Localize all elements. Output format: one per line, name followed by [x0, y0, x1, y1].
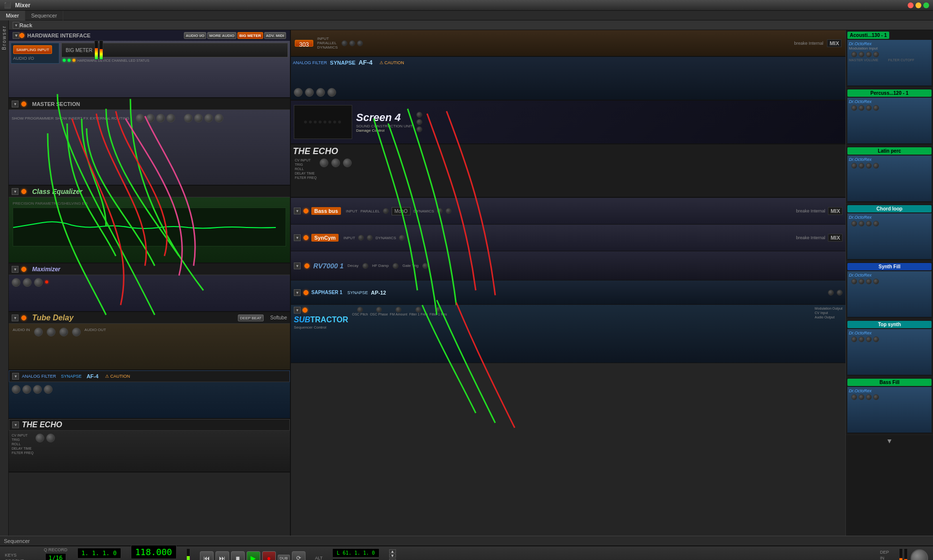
l-down-btn[interactable]: ▼ — [389, 554, 396, 558]
l-pos-display[interactable]: L 61. 1. 1. 0 — [332, 548, 379, 558]
close-btn[interactable] — [908, 2, 914, 8]
master-collapse[interactable]: ▾ — [12, 101, 18, 107]
dr-rex-knob-6-2[interactable] — [859, 394, 864, 400]
td-knob-3[interactable] — [59, 328, 68, 336]
adv-midi-btn[interactable]: ADV. MIDI — [264, 32, 287, 39]
rv7000-power[interactable] — [305, 263, 309, 268]
rv7000-gate-knob[interactable] — [422, 263, 428, 269]
td-mix-knob[interactable] — [72, 328, 81, 336]
btn-303[interactable]: 303 — [295, 40, 313, 47]
forward-btn[interactable]: ⏭ — [215, 551, 229, 560]
rv7000-hf-knob[interactable] — [393, 263, 398, 269]
saphaser-collapse[interactable]: ▾ — [294, 289, 301, 296]
bass-bus-knob-1[interactable] — [383, 208, 389, 214]
af4t-knob-1[interactable] — [294, 88, 303, 97]
sampling-input-btn[interactable]: SAMPLING INPUT — [13, 45, 52, 54]
dr-rex-knob-5-1[interactable] — [851, 336, 857, 342]
stop-btn[interactable]: ■ — [231, 551, 245, 560]
td-power[interactable] — [21, 315, 26, 320]
screen4-knob-3[interactable] — [416, 126, 422, 132]
tab-sequencer[interactable]: Sequencer — [25, 11, 63, 20]
fx-send-knob-4[interactable] — [166, 114, 175, 122]
fx-return-knob-3[interactable] — [204, 114, 213, 122]
saphaser-knob-1[interactable] — [828, 290, 834, 296]
dr-rex-knob-1-2[interactable] — [859, 105, 864, 111]
sub-knob-osc-pitch[interactable] — [357, 307, 363, 313]
syncym-knob-1[interactable] — [358, 235, 364, 241]
max-knob-1[interactable] — [12, 278, 20, 287]
echo-collapse[interactable]: ▾ — [12, 421, 19, 428]
dr-rex-knob-5-2[interactable] — [859, 336, 864, 342]
hw-collapse[interactable]: ▾ — [13, 32, 19, 39]
dr-rex-knob-1-4[interactable] — [873, 105, 879, 111]
dr-rex-knob-0-3[interactable] — [866, 52, 872, 57]
sub-knob-osc-phase[interactable] — [376, 307, 382, 313]
dr-rex-knob-6-1[interactable] — [851, 394, 857, 400]
syncym-knob-3[interactable] — [399, 235, 405, 241]
echo-knob-2[interactable] — [46, 434, 55, 442]
rv7000-decay-knob[interactable] — [362, 263, 368, 269]
dr-rex-knob-0-2[interactable] — [859, 52, 864, 57]
af4t-knob-2[interactable] — [305, 88, 314, 97]
master-vol-knob[interactable] — [911, 549, 928, 560]
dr-rex-knob-4-1[interactable] — [851, 279, 857, 284]
saphaser-power[interactable] — [304, 290, 308, 295]
dr-rex-knob-3-1[interactable] — [851, 221, 857, 227]
fx-send-knob-3[interactable] — [156, 114, 165, 122]
audio-io-btn[interactable]: AUDIO I/O — [184, 32, 207, 39]
dub-btn[interactable]: DUB — [278, 555, 290, 560]
window-controls[interactable] — [908, 2, 929, 8]
big-meter-btn[interactable]: BIG METER — [237, 32, 263, 39]
303-knob-1[interactable] — [341, 40, 347, 46]
master-power[interactable] — [21, 102, 26, 106]
dr-rex-knob-4-4[interactable] — [873, 279, 879, 284]
dr-rex-knob-1-1[interactable] — [851, 105, 857, 111]
max-knob-2[interactable] — [23, 278, 32, 287]
af4t-knob-4[interactable] — [327, 88, 336, 97]
fx-return-knob-4[interactable] — [215, 114, 223, 122]
dr-rex-knob-3-2[interactable] — [859, 221, 864, 227]
fx-return-knob-1[interactable] — [184, 114, 193, 122]
maximize-btn[interactable] — [923, 2, 929, 8]
fx-send-knob-1[interactable] — [136, 114, 144, 122]
bass-bus-power[interactable] — [304, 209, 308, 213]
tempo-display[interactable]: 118.000 — [131, 545, 177, 559]
max-knob-3[interactable] — [34, 278, 43, 287]
echo-tr-knob-2[interactable] — [331, 158, 340, 167]
dr-rex-knob-2-4[interactable] — [873, 163, 879, 169]
sub-knob-filter-res[interactable] — [435, 307, 441, 313]
minimize-btn[interactable] — [915, 2, 921, 8]
td-knob-1[interactable] — [34, 328, 43, 336]
af4-collapse[interactable]: ▾ — [12, 373, 19, 380]
td-knob-2[interactable] — [47, 328, 55, 336]
dr-rex-knob-2-1[interactable] — [851, 163, 857, 169]
bass-bus-knob-2[interactable] — [437, 208, 443, 214]
303-knob-2[interactable] — [349, 40, 355, 46]
dr-rex-knob-3-4[interactable] — [873, 221, 879, 227]
af4-drive-knob[interactable] — [44, 385, 53, 394]
syncym-collapse[interactable]: ▾ — [294, 234, 301, 241]
saphaser-knob-2[interactable] — [837, 290, 843, 296]
dr-rex-knob-3-3[interactable] — [866, 221, 872, 227]
dr-rex-knob-4-2[interactable] — [859, 279, 864, 284]
screen4-knob-1[interactable] — [416, 112, 422, 118]
deep-beat-btn[interactable]: DEEP BEAT — [238, 315, 263, 321]
eq-power[interactable] — [21, 189, 26, 194]
loop-btn[interactable]: ⟳ — [292, 551, 305, 560]
position-display[interactable]: 1. 1. 1. 0 — [77, 548, 121, 559]
fx-send-knob-2[interactable] — [146, 114, 155, 122]
td-collapse[interactable]: ▾ — [12, 315, 18, 321]
dr-rex-knob-4-3[interactable] — [866, 279, 872, 284]
af4t-knob-3[interactable] — [316, 88, 325, 97]
dr-rex-knob-1-3[interactable] — [866, 105, 872, 111]
dr-rex-knob-6-4[interactable] — [873, 394, 879, 400]
sub-knob-filter-freq[interactable] — [415, 307, 421, 313]
af4-amt-knob[interactable] — [12, 385, 20, 394]
dr-rex-knob-6-3[interactable] — [866, 394, 872, 400]
echo-knob-1[interactable] — [36, 434, 44, 442]
mixer-scroll-down[interactable]: ▼ — [846, 435, 933, 447]
sub-power[interactable] — [303, 308, 307, 313]
dr-rex-knob-2-3[interactable] — [866, 163, 872, 169]
303-knob-3[interactable] — [357, 40, 363, 46]
record-btn[interactable]: ● — [262, 551, 276, 560]
